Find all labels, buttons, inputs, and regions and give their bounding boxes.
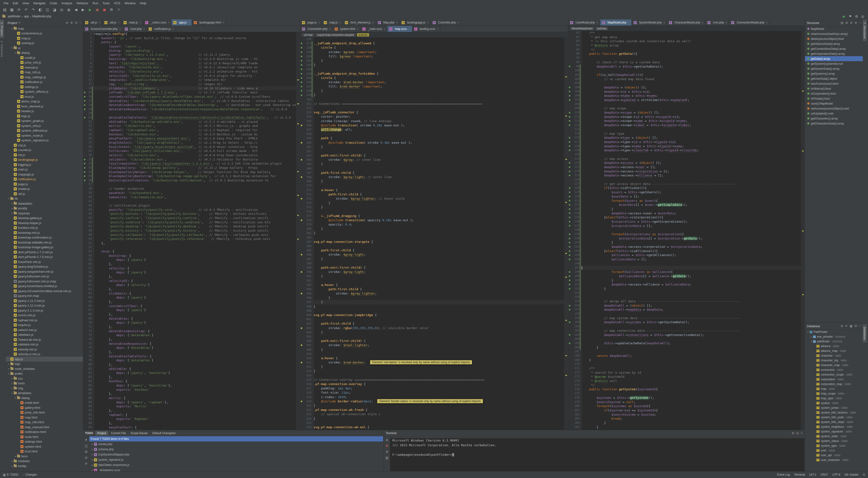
project-tree-item[interactable]: Mjquery.fullscreen.min.js.map [6, 279, 83, 284]
code-line[interactable]: // map scope [582, 106, 801, 110]
code-line[interactable]: $mapData->access->corporation = []; [582, 169, 801, 173]
collapse-icon[interactable]: ⊟ [75, 21, 78, 24]
structure-item[interactable]: getAllianceData():array [805, 41, 863, 46]
group-icon[interactable]: ◫ [85, 444, 88, 448]
project-tree-item[interactable]: ▾map [6, 26, 83, 31]
code-line[interactable]: velocityUI: 'lib/velocity.ui.min',// v5.… [94, 74, 296, 78]
line-number[interactable]: 106 [568, 94, 582, 98]
line-number[interactable]: 176 [568, 387, 582, 391]
close-tab-icon[interactable]: × [118, 21, 119, 24]
code-line[interactable]: blueImpGalleryBootstrap: 'lib/bootstrap-… [94, 174, 296, 178]
line-number[interactable]: 160 [568, 320, 582, 324]
tree-toggle-icon[interactable]: ▾ [14, 52, 17, 54]
database-item[interactable]: system_signature: table [805, 429, 863, 434]
chevron-down-icon[interactable]: ▼ [18, 22, 21, 24]
code-line[interactable]: mustache: 'lib/mustache.min',// v0.8.2 J… [94, 65, 296, 69]
database-item[interactable]: character: table [805, 353, 863, 358]
todo-file-item[interactable]: ▸JSsystem_signature.js [89, 457, 383, 463]
line-number[interactable]: 401 [300, 317, 313, 321]
project-tree-item[interactable]: ▸form [6, 454, 83, 459]
project-tree-item[interactable]: JSjquery-1.11.2.min.js [6, 298, 83, 303]
line-number[interactable]: 366 [300, 166, 313, 171]
database-item[interactable]: system_status: table [805, 439, 863, 443]
expand-all-icon[interactable]: ⊞ [85, 450, 88, 454]
line-number[interactable]: 110 [568, 110, 582, 115]
menu-window[interactable]: Window [122, 1, 137, 5]
code-line[interactable]: dialog: 'app/ui/dialog', [94, 49, 296, 53]
add-icon[interactable]: ⊕ [66, 21, 68, 24]
editor-tab[interactable]: PConnectionModel.php× [729, 20, 770, 26]
code-line[interactable]: path:not(:first-child) { [314, 339, 564, 343]
code-line[interactable]: 'pnotify.buttons': 'lib/pnotify/pnotify.… [94, 212, 296, 216]
code-line[interactable]: } [582, 241, 801, 245]
code-line[interactable]: cursor: pointer; [314, 115, 564, 119]
lock-icon[interactable]: ⊙ [863, 473, 865, 476]
line-number[interactable]: 352 [300, 106, 313, 110]
structure-item[interactable]: save():MapModel [805, 101, 863, 106]
code-line[interactable]: jquery: 'lib/jquery-1.11.3.min',// v1.11… [94, 53, 296, 57]
code-line[interactable]: public function getData(){ [582, 52, 801, 56]
code-line[interactable]: return $mapDataAll; [582, 354, 801, 358]
code-line[interactable]: // header animation [94, 187, 296, 191]
code-line[interactable]: $mapData->access = (object) []; [582, 161, 801, 165]
warning-stripe-mark[interactable] [297, 123, 299, 124]
code-line[interactable]: 'pnotify.desktop': 'lib/pnotify/pnotify.… [94, 224, 296, 229]
project-tree-item[interactable]: ▸logs [6, 361, 83, 367]
code-line[interactable]: velocityUI: { [94, 279, 296, 283]
line-number[interactable]: 70 [83, 321, 94, 325]
project-tree-item[interactable]: JSblueimp-gallery.js [6, 216, 83, 221]
database-item[interactable]: corporation: table [805, 377, 863, 382]
code-line[interactable]: } [314, 162, 564, 166]
editor-tab[interactable]: JSlandingpage.js× [400, 20, 431, 26]
open-icon[interactable]: ▤ [2, 8, 8, 12]
editor-tab[interactable]: JSapp.js× [172, 20, 192, 26]
line-number[interactable]: 62 [83, 287, 94, 291]
database-item[interactable]: system: table [805, 401, 863, 406]
line-number[interactable]: 25 [83, 132, 94, 136]
code-line[interactable]: datatables: { [94, 317, 296, 321]
database-item[interactable]: system_neighbour: table [805, 424, 863, 429]
menu-tools[interactable]: Tools [100, 1, 112, 5]
code-line[interactable] [582, 362, 801, 366]
editor-tab[interactable]: PConnection.php× [300, 26, 333, 32]
line-number[interactable]: 6 [83, 53, 94, 57]
code-line[interactable]: datatablesResponsive: { [94, 342, 296, 346]
code-line[interactable] [582, 102, 801, 106]
line-number[interactable]: 145 [568, 257, 582, 261]
code-line[interactable]: stroke: rgba(255,255,255,0); // invisibl… [314, 326, 564, 330]
warning-stripe-mark[interactable] [565, 375, 567, 376]
code-line[interactable]: * @return null [582, 379, 801, 383]
line-number[interactable]: 135 [568, 215, 582, 220]
editor-tab[interactable]: Hsystem.html× [333, 26, 361, 32]
project-tree-item[interactable]: JSjquery-2.1.3.min.js [6, 308, 83, 313]
project-tree-item[interactable]: JSjquery.fullscreen.min.js [6, 274, 83, 279]
code-line[interactable] [582, 324, 801, 329]
structure-item[interactable]: isPrivate():bool [805, 96, 863, 101]
code-line[interactable]: $alliances = $this->getAlliances(); [582, 253, 801, 257]
database-item[interactable]: connection: table [805, 368, 863, 372]
project-tree-item[interactable]: ▸requirejs [6, 211, 83, 216]
close-tab-icon[interactable]: × [726, 21, 727, 24]
line-number[interactable]: 146 [568, 261, 582, 266]
project-tree-item[interactable]: JSlogging.js [6, 162, 83, 167]
project-tree-item[interactable]: JSbootstrap.min.js [6, 230, 83, 235]
structure-item[interactable]: getData():array [805, 56, 863, 61]
code-line[interactable]: $mapDataAll = $this->getCacheData(); [582, 64, 801, 69]
database-item[interactable]: system_kills_ships: table [805, 420, 863, 424]
code-line[interactable] [94, 199, 296, 203]
code-line[interactable]: } [314, 305, 564, 309]
code-line[interactable]: raphael: { [94, 413, 296, 417]
code-line[interactable]: datatablesBootstrap: { [94, 329, 296, 333]
line-number[interactable]: 103 [568, 81, 582, 85]
database-item[interactable]: system_static: table [805, 434, 863, 439]
warning-stripe-mark[interactable] [565, 159, 567, 160]
structure-item[interactable]: getUserData():object [805, 76, 863, 81]
todo-file-item[interactable]: ▸PCcpSystemsMapper.php [89, 452, 383, 457]
code-line[interactable]: @include border-radius(4px);Element 'bor… [314, 399, 564, 404]
project-tree-item[interactable]: JSjump_info.js [6, 60, 83, 65]
line-number[interactable]: 119 [568, 148, 582, 153]
code-line[interactable]: foreach($users as $user){ [582, 199, 801, 203]
project-tree-item[interactable]: JSnotification.js [6, 177, 83, 182]
warning-stripe-mark[interactable] [565, 116, 567, 117]
tree-toggle-icon[interactable]: ▾ [10, 392, 14, 394]
